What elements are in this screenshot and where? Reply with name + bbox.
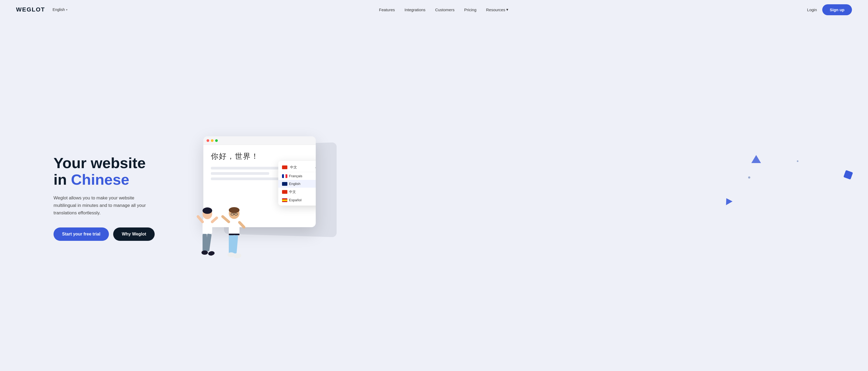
hero-characters-illustration: [193, 206, 254, 265]
lang-dropdown-header: 中文 ▲: [278, 163, 316, 172]
logo: WEGLOT: [16, 6, 45, 13]
flag-es: [282, 198, 287, 202]
lang-label-en: English: [289, 182, 301, 186]
hero-visual: 你好，世界！ 中文 ▲ Français: [182, 128, 852, 267]
chevron-down-icon: ▾: [506, 7, 508, 12]
lang-item-es: Español: [278, 196, 316, 204]
start-trial-button[interactable]: Start your free trial: [54, 228, 109, 241]
svg-line-17: [240, 223, 244, 227]
hero-buttons: Start your free trial Why Weglot: [54, 228, 166, 241]
nav-pricing[interactable]: Pricing: [464, 7, 476, 12]
browser-dot-green: [215, 139, 218, 142]
flag-en: [282, 182, 287, 186]
svg-point-1: [203, 207, 212, 214]
svg-point-7: [202, 250, 208, 255]
lang-item-zh: 中文: [278, 188, 316, 196]
svg-rect-2: [203, 219, 212, 234]
deco-dot-2: [797, 160, 799, 162]
browser-line-3: [211, 177, 279, 180]
hero-description: Weglot allows you to make your website m…: [54, 194, 150, 217]
nav-links: Features Integrations Customers Pricing …: [80, 7, 807, 12]
login-button[interactable]: Login: [807, 7, 817, 12]
browser-line-2: [211, 172, 269, 175]
browser-chinese-text: 你好，世界！: [211, 151, 308, 162]
browser-bar: [204, 136, 316, 145]
svg-point-21: [234, 253, 242, 259]
hero-title: Your website in Chinese: [54, 155, 166, 188]
browser-dot-yellow: [211, 139, 214, 142]
lang-header-text: 中文: [290, 165, 297, 169]
svg-point-10: [229, 207, 240, 213]
lang-label-es: Español: [289, 198, 302, 202]
svg-point-20: [227, 252, 235, 257]
deco-triangle-mid: [723, 196, 732, 205]
lang-label-fr: Français: [289, 174, 302, 178]
flag-zh-header: [282, 165, 287, 169]
svg-point-8: [208, 251, 215, 256]
nav-resources[interactable]: Resources ▾: [486, 7, 509, 12]
flag-fr: [282, 174, 287, 178]
nav-customers[interactable]: Customers: [435, 7, 455, 12]
nav-integrations[interactable]: Integrations: [405, 7, 426, 12]
hero-content: Your website in Chinese Weglot allows yo…: [54, 155, 166, 241]
dropdown-arrow: ▲: [315, 166, 316, 169]
language-selector[interactable]: English ▾: [53, 7, 68, 12]
why-weglot-button[interactable]: Why Weglot: [113, 228, 155, 241]
navbar: WEGLOT English ▾ Features Integrations C…: [0, 0, 868, 19]
lang-chevron-icon: ▾: [66, 8, 67, 11]
nav-features[interactable]: Features: [379, 7, 395, 12]
svg-line-16: [223, 216, 229, 222]
flag-zh: [282, 190, 287, 194]
lang-label-zh: 中文: [289, 190, 296, 194]
svg-rect-14: [229, 219, 240, 234]
browser-content: 你好，世界！ 中文 ▲ Français: [204, 145, 316, 189]
deco-square: [843, 170, 853, 180]
language-dropdown: 中文 ▲ Français English 中文: [278, 161, 316, 206]
browser-dot-red: [207, 139, 209, 142]
svg-line-4: [212, 218, 217, 222]
nav-actions: Login Sign up: [807, 4, 852, 15]
current-language: English: [53, 7, 65, 12]
deco-triangle-top: [751, 155, 761, 163]
svg-line-3: [198, 216, 203, 222]
hero-section: Your website in Chinese Weglot allows yo…: [0, 19, 868, 371]
lang-item-fr: Français: [278, 172, 316, 180]
browser-line-1: [211, 167, 289, 169]
svg-rect-15: [229, 234, 240, 235]
signup-button[interactable]: Sign up: [822, 4, 852, 15]
lang-item-en: English: [278, 180, 316, 188]
deco-dot-1: [748, 176, 750, 178]
